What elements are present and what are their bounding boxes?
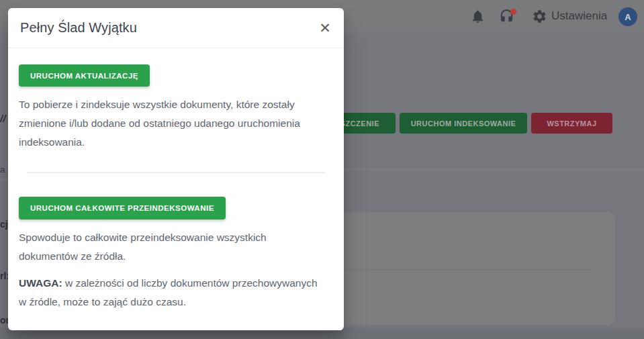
reindex-warning: UWAGA: w zależności od liczby dokumentów… [19, 274, 333, 311]
warning-label: UWAGA: [19, 277, 62, 289]
dialog-titlebar: Pełny Ślad Wyjątku ✕ [8, 8, 344, 48]
background-divider [314, 169, 644, 170]
warning-text: w zależności od liczby dokumentów przech… [62, 277, 318, 289]
warning-line: UWAGA: w zależności od liczby dokumentów… [19, 274, 333, 293]
pause-button[interactable]: WSTRZYMAJ [531, 113, 612, 134]
description-line: indeksowania. [19, 133, 333, 152]
section-divider [27, 172, 325, 173]
description-line: dokumentów ze źródła. [19, 247, 333, 266]
dialog-body: URUCHOM AKTUALIZACJĘ To pobierze i zinde… [8, 48, 344, 311]
screen: Ustawienia A // a z cja rl: on SZCZENIE … [0, 0, 644, 339]
background-text-fragment: // [0, 113, 5, 124]
exception-trace-dialog: Pełny Ślad Wyjątku ✕ URUCHOM AKTUALIZACJ… [8, 8, 344, 330]
run-update-button[interactable]: URUCHOM AKTUALIZACJĘ [19, 64, 150, 87]
background-divider [0, 180, 8, 181]
bell-icon[interactable] [470, 9, 486, 24]
avatar[interactable]: A [618, 7, 637, 26]
settings-label[interactable]: Ustawienia [551, 9, 607, 23]
notification-badge [510, 9, 516, 15]
background-card [341, 212, 615, 325]
run-indexing-button[interactable]: URUCHOM INDEKSOWANIE [400, 113, 527, 134]
close-icon[interactable]: ✕ [316, 19, 334, 38]
gear-icon[interactable] [532, 9, 547, 24]
update-description: To pobierze i zindeksuje wszystkie dokum… [19, 95, 333, 152]
run-full-reindex-button[interactable]: URUCHOM CAŁKOWITE PRZEINDEKSOWANIE [19, 197, 226, 220]
description-line: To pobierze i zindeksuje wszystkie dokum… [19, 95, 333, 114]
dialog-title: Pełny Ślad Wyjątku [20, 20, 137, 36]
description-line: zmienione i/lub dodane od ostatniego uda… [19, 114, 333, 133]
background-card-divider [341, 269, 591, 270]
description-line: Spowoduje to całkowite przeindeksowanie … [19, 228, 333, 247]
reindex-description: Spowoduje to całkowite przeindeksowanie … [19, 228, 333, 266]
warning-line: w źródle, może to zająć dużo czasu. [19, 293, 333, 311]
